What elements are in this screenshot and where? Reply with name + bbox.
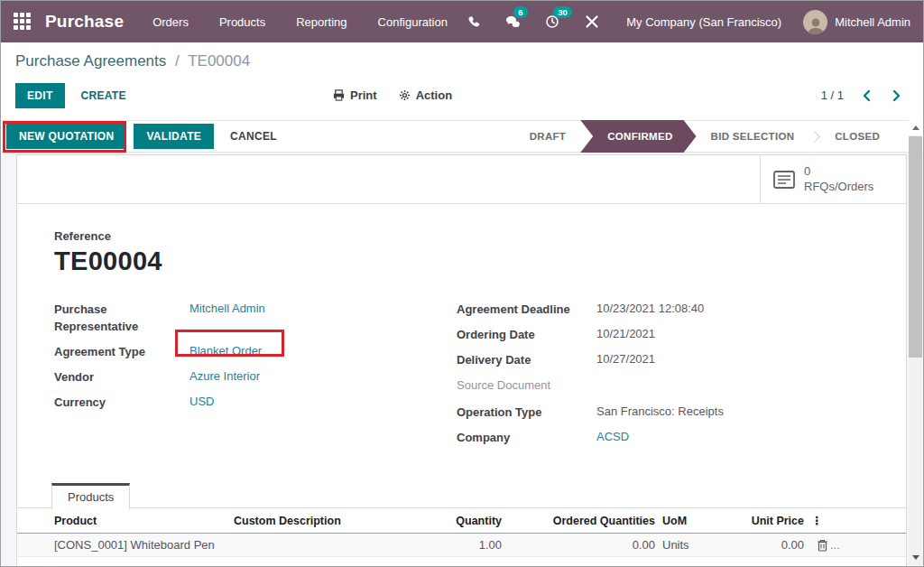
form-sheet: 0 RFQs/Orders Reference TE00004 Purchase… [16,154,907,566]
pager-next-icon[interactable] [892,89,901,102]
content-area: 0 RFQs/Orders Reference TE00004 Purchase… [1,153,923,566]
delivery-date-value: 10/27/2021 [596,351,655,366]
activities-clock-icon[interactable]: 30 [543,13,561,31]
menu-products[interactable]: Products [219,15,265,29]
user-name: Mitchell Admin [835,15,910,29]
state-bid-selection[interactable]: BID SELECTION [698,121,808,152]
add-a-line-link[interactable]: Add a line [54,563,106,567]
menu-reporting[interactable]: Reporting [296,15,346,29]
operation-type-value: San Francisco: Receipts [596,404,724,418]
printer-icon [333,89,345,101]
activities-badge: 30 [553,6,572,18]
cell-product: [CONS_0001] Whiteboard Pen [17,534,234,557]
field-label: Ordering Date [457,326,596,344]
user-menu[interactable]: Mitchell Admin [803,10,910,34]
field-operation-type: Operation Type San Francisco: Receipts [457,404,872,429]
field-label: Delivery Date [457,351,596,369]
field-label: Purchase Representative [54,301,189,336]
gear-icon [399,89,411,101]
col-uom[interactable]: UoM [662,508,716,534]
breadcrumb-current: TE00004 [188,52,250,70]
validate-button[interactable]: VALIDATE [134,124,214,149]
phone-icon[interactable] [464,13,482,31]
list-icon [773,171,795,189]
products-table: Product Custom Description Quantity Orde… [17,508,906,557]
state-confirmed[interactable]: CONFIRMED [580,120,696,153]
scrollbar-up-icon[interactable] [909,120,922,135]
field-currency: Currency USD [54,394,457,419]
field-agreement-type: Agreement Type Blanket Order [54,343,457,368]
vertical-scrollbar[interactable] [909,120,922,565]
cancel-button[interactable]: CANCEL [230,130,277,143]
breadcrumb: Purchase Agreements / TE00004 [15,52,909,70]
company-link[interactable]: ACSD [596,429,629,443]
purchase-representative-link[interactable]: Mitchell Admin [189,301,265,315]
cell-custom-description [234,534,423,557]
state-draft[interactable]: DRAFT [517,121,578,152]
col-quantity[interactable]: Quantity [423,508,509,534]
row-overflow: ... [830,538,840,552]
cell-uom: Units [662,534,716,557]
apps-grid-icon[interactable] [14,13,32,31]
agreement-deadline-value: 10/23/2021 12:08:40 [596,301,704,315]
reference-label: Reference [54,229,906,243]
col-ordered-quantities[interactable]: Ordered Quantities [509,508,662,534]
app-title[interactable]: Purchase [45,12,124,32]
company-switcher[interactable]: My Company (San Francisco) [626,15,781,29]
scrollbar-down-icon[interactable] [909,550,922,565]
reference-value: TE00004 [54,246,906,276]
edit-button[interactable]: EDIT [15,83,65,108]
col-unit-price[interactable]: Unit Price [716,508,811,534]
statusbar: NEW QUOTATION VALIDATE CANCEL DRAFT CONF… [1,120,923,153]
main-menu: Orders Products Reporting Configuration [152,15,448,29]
field-label: Company [457,429,596,447]
new-quotation-button[interactable]: NEW QUOTATION [6,124,126,149]
messages-icon[interactable]: 6 [504,13,522,31]
field-label: Source Document [457,376,596,395]
top-navbar: Purchase Orders Products Reporting Confi… [1,1,923,42]
rfqs-orders-stat-button[interactable]: 0 RFQs/Orders [760,155,906,203]
state-separator-icon [808,131,820,143]
state-pipeline: DRAFT CONFIRMED BID SELECTION CLOSED [517,121,892,152]
optional-columns-icon[interactable]: ⋮ [811,508,906,534]
field-agreement-deadline: Agreement Deadline 10/23/2021 12:08:40 [457,301,872,326]
field-ordering-date: Ordering Date 10/21/2021 [457,326,872,351]
field-label: Agreement Deadline [457,301,596,319]
control-panel: Purchase Agreements / TE00004 EDIT CREAT… [1,42,923,120]
table-row[interactable]: [CONS_0001] Whiteboard Pen 1.00 0.00 Uni… [17,534,906,557]
create-button[interactable]: CREATE [81,89,126,102]
menu-orders[interactable]: Orders [152,15,189,29]
messages-badge: 6 [513,6,527,18]
user-avatar [803,10,827,34]
field-label: Operation Type [457,404,596,422]
agreement-type-link[interactable]: Blanket Order [189,343,262,358]
scrollbar-thumb[interactable] [909,136,922,358]
col-custom-description[interactable]: Custom Description [234,508,423,534]
action-label: Action [416,88,452,102]
currency-link[interactable]: USD [189,394,214,408]
field-company: Company ACSD [457,429,872,454]
print-menu[interactable]: Print [333,88,377,102]
breadcrumb-separator: / [175,52,180,70]
field-source-document: Source Document [457,376,872,402]
ordering-date-value: 10/21/2021 [596,326,655,340]
cell-unit-price: 0.00 [716,534,811,557]
action-menu[interactable]: Action [399,88,452,102]
cell-quantity: 1.00 [423,534,509,557]
tab-products[interactable]: Products [51,483,130,510]
menu-configuration[interactable]: Configuration [378,15,448,29]
trash-icon[interactable] [817,539,828,552]
breadcrumb-parent[interactable]: Purchase Agreements [15,52,166,70]
state-closed[interactable]: CLOSED [822,121,892,152]
field-vendor: Vendor Azure Interior [54,368,457,394]
pager-count: 1 / 1 [821,88,844,102]
tools-icon[interactable] [583,13,601,31]
pager-prev-icon[interactable] [862,89,872,102]
field-label: Agreement Type [54,343,189,361]
app-window: Purchase Orders Products Reporting Confi… [0,0,924,567]
col-product[interactable]: Product [17,508,234,534]
cell-ordered: 0.00 [509,534,662,557]
vendor-link[interactable]: Azure Interior [189,368,260,383]
field-label: Currency [54,394,189,412]
field-label: Vendor [54,368,189,386]
